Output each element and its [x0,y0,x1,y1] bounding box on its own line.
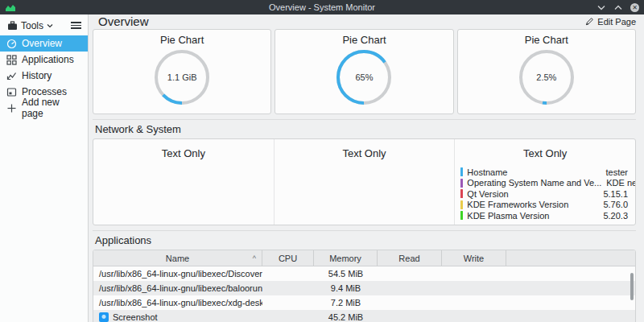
table-row[interactable]: Screenshot 45.2 MiB [93,310,635,322]
pie-chart-card: Pie Chart 2.5% [457,29,636,114]
sidebar-item-label: Processes [22,86,67,97]
pie-chart-card: Pie Chart 1.1 GiB [93,29,271,114]
maximize-button[interactable] [613,2,623,12]
memory-value: 9.4 MiB [314,283,378,293]
text-only-widget: Text Only [274,139,455,225]
applications-table: Name ^ CPU Memory Read Write /usr/lib/x8… [93,250,636,322]
list-item: Qt Version 5.15.1 [460,188,628,200]
text-only-widget: Text Only [93,139,274,225]
section-title-applications: Applications [93,230,636,250]
sidebar-item-label: History [22,70,52,81]
edit-page-label: Edit Page [597,17,636,27]
widget-title: Pie Chart [93,30,270,46]
info-label: Operating System Name and Ve... [467,178,601,188]
info-label: Hostname [467,167,507,177]
main-area: Overview Edit Page Pie Chart [89,14,644,322]
sort-ascending-icon: ^ [253,254,256,262]
legend-color-bar [460,167,463,176]
donut-value: 1.1 GiB [153,48,211,106]
system-info-list: Hostname tester Operating System Name an… [455,159,635,221]
sidebar-item-applications[interactable]: Applications [0,52,88,68]
column-header-memory[interactable]: Memory [314,250,378,266]
close-button[interactable]: ✕ [630,3,639,12]
process-name: /usr/lib/x86_64-linux-gnu/libexec/Discov… [93,269,262,279]
network-system-card: Text Only Text Only Text Only Hostname t… [93,138,636,225]
sidebar-item-overview[interactable]: Overview [0,35,88,52]
memory-value: 45.2 MiB [314,312,378,322]
page-header: Overview Edit Page [89,14,644,28]
column-header-empty [506,250,635,266]
list-item: Hostname tester [460,167,628,178]
pie-chart-card: Pie Chart 65% [275,29,453,114]
sidebar-item-label: Add new page [22,97,81,119]
donut-value: 65% [335,48,393,106]
minimize-button[interactable] [597,2,606,12]
info-label: KDE Plasma Version [467,211,549,221]
hamburger-menu-button[interactable] [71,20,81,31]
scrollbar-thumb[interactable] [630,273,634,300]
info-value: 5.20.3 [598,211,628,221]
chevron-down-icon [47,23,53,28]
process-name: Screenshot [113,312,158,322]
column-header-write[interactable]: Write [442,250,506,266]
legend-color-bar [460,200,463,209]
list-item: KDE Frameworks Version 5.76.0 [460,200,628,211]
sidebar-nav: Overview Applications History Processes [0,35,88,116]
briefcase-icon [7,21,18,31]
sidebar-item-history[interactable]: History [0,68,88,84]
column-label: Name [166,254,189,263]
info-label: Qt Version [467,189,508,199]
chevron-up-icon [614,5,622,10]
edit-page-button[interactable]: Edit Page [585,17,636,27]
donut-chart: 65% [335,48,393,106]
widget-title: Pie Chart [275,30,452,46]
titlebar: Overview - System Monitor ✕ [0,0,644,14]
text-only-widget: Text Only Hostname tester Operating Syst… [454,139,635,225]
column-header-cpu[interactable]: CPU [262,250,314,266]
donut-chart: 2.5% [518,48,576,106]
widget-title: Text Only [455,143,635,159]
gauge-icon [6,39,17,49]
table-scrollbar[interactable] [630,268,634,322]
table-row[interactable]: /usr/lib/x86_64-linux-gnu/libexec/baloor… [93,281,635,295]
legend-color-bar [460,179,463,188]
screenshot-app-icon [99,312,109,322]
grid-icon [6,55,17,65]
widget-title: Text Only [93,143,274,159]
list-item: Operating System Name and Ve... KDE neon… [460,178,628,189]
memory-value: 7.2 MiB [314,298,378,308]
page-content: Pie Chart 1.1 GiB Pie Chart [89,28,644,322]
pie-chart-row: Pie Chart 1.1 GiB Pie Chart [93,29,636,114]
list-item: KDE Plasma Version 5.20.3 [460,210,628,221]
chevron-down-icon [597,5,605,10]
table-row[interactable]: /usr/lib/x86_64-linux-gnu/libexec/Discov… [93,266,635,281]
info-value: KDE neon Testing Edition [601,178,635,188]
column-header-name[interactable]: Name ^ [93,250,262,266]
sidebar-item-add-new-page[interactable]: Add new page [0,100,88,116]
sidebar-item-label: Overview [22,38,62,49]
tools-label: Tools [21,20,43,31]
section-title-network-system: Network & System [93,119,636,138]
widget-title: Pie Chart [458,30,635,46]
page-title: Overview [98,14,149,28]
pencil-icon [585,17,594,26]
table-header: Name ^ CPU Memory Read Write [93,250,635,266]
plus-icon [6,103,17,114]
info-label: KDE Frameworks Version [467,200,568,209]
sidebar: Tools Overview Applications Hi [0,14,89,322]
legend-color-bar [460,189,463,198]
legend-color-bar [460,211,463,220]
info-value: 5.76.0 [598,200,628,209]
window-title: Overview - System Monitor [0,2,644,12]
info-value: 5.15.1 [598,189,628,199]
chart-line-icon [6,71,17,81]
info-value: tester [601,167,629,177]
process-name: /usr/lib/x86_64-linux-gnu/libexec/baloor… [93,283,262,293]
donut-chart: 1.1 GiB [153,48,211,106]
memory-value: 54.5 MiB [314,269,378,279]
column-header-read[interactable]: Read [378,250,442,266]
tools-menu-button[interactable]: Tools [0,17,88,34]
system-monitor-app-icon [5,2,16,12]
table-row[interactable]: /usr/lib/x86_64-linux-gnu/libexec/xdg-de… [93,295,635,310]
process-name: /usr/lib/x86_64-linux-gnu/libexec/xdg-de… [93,298,262,308]
